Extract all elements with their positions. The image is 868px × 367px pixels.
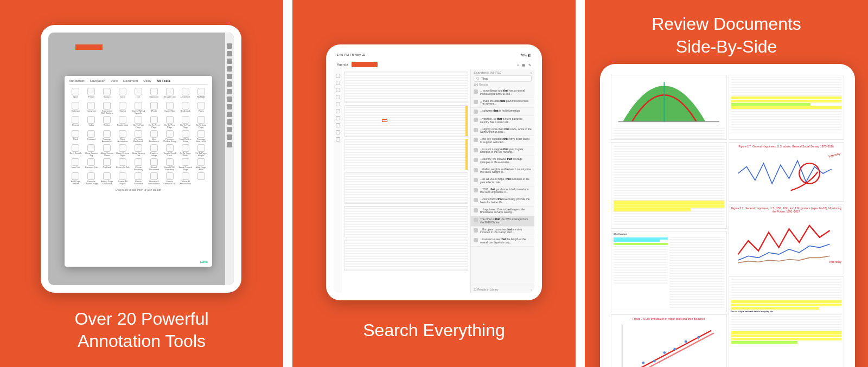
tool-item[interactable]: Pencil [85,88,98,100]
search-result[interactable]: ...the key variables that have been foun… [471,136,534,146]
done-button[interactable]: Done [200,260,208,263]
tool-icon[interactable] [336,109,340,113]
tab-utility[interactable]: Utility [143,79,151,82]
page[interactable]: Figure 2.2: General Happiness, U.S. HSS,… [729,204,845,274]
tool-item[interactable]: Square [100,88,114,100]
tool-icon[interactable] [336,81,340,85]
search-result[interactable]: ...software that is fed information [471,108,534,116]
tool-item[interactable]: Ink [132,88,145,100]
tool-item[interactable]: Underline [178,88,192,100]
tool-item[interactable]: Straight Line [163,88,176,100]
tool-item[interactable]: Sound Clip [163,102,176,114]
search-result[interactable]: ...slightly more than that since, while … [471,126,534,137]
tool-item[interactable]: Add Page Before [69,172,82,185]
page-thumb[interactable] [344,206,468,237]
search-result[interactable]: ...as we would hope, that inclusion of t… [471,176,534,186]
tab-navigation[interactable]: Navigation [90,79,105,82]
tool-item[interactable]: Add Page After [194,158,208,171]
tool-item[interactable]: Next Bookmark [147,130,161,143]
tool-item[interactable]: Return To Tab [116,158,130,171]
page[interactable]: Figure 2.7: General Happiness, U.S. adul… [729,142,845,202]
tool-item[interactable]: Circle [116,88,130,100]
tool-item[interactable]: Next Search [69,144,82,157]
tool-item[interactable]: Next Annotation [116,130,130,143]
tool-item[interactable]: Stamp [116,102,130,114]
page[interactable]: Urban Happiness [611,231,727,312]
tool-item[interactable]: Go To Next Page [147,116,161,128]
tool-item[interactable]: Highlight [194,88,208,100]
document-view[interactable] [342,69,470,293]
tool-item[interactable]: Outline [100,116,114,128]
tool-item[interactable]: Back [69,130,82,143]
tool-item[interactable]: Go To First Page [132,116,145,128]
page-thumb[interactable] [344,139,468,170]
page-thumb[interactable] [344,72,468,103]
close-icon[interactable]: › [531,71,532,74]
tool-item[interactable]: Forward [85,130,98,143]
tool-item[interactable]: Rotate Selected 180 Degrees [163,172,176,185]
tool-item[interactable]: Remove Current Page [85,172,98,185]
tool-item[interactable]: Move Screen Right [116,144,130,157]
tool-item[interactable]: Toggle Scroll Lock [163,144,176,157]
tab-all-tools[interactable]: All Tools [157,79,170,82]
tool-item[interactable]: Previous Outline Entry [163,130,176,143]
tool-item[interactable]: Signature [147,88,161,100]
search-result[interactable]: ...European countries that are also incl… [471,227,534,237]
tool-icon[interactable] [336,116,340,120]
search-result[interactable]: ...2011, that good moods help to reduce … [471,186,534,197]
tool-item[interactable]: Fit To Page Height [194,144,208,157]
tool-item[interactable]: Move Screen Down [100,144,114,157]
tool-item[interactable]: Index [85,116,98,128]
search-result[interactable]: ... even the data that governments have.… [471,98,534,108]
tool-item[interactable]: Email Document [147,158,161,171]
home-icon[interactable]: ⌂ [516,63,519,66]
tool-item[interactable]: New Tab [69,158,82,171]
tool-item[interactable]: Previous Annotation [100,130,114,143]
tool-icon[interactable] [336,130,340,134]
agenda-label[interactable]: Agenda [337,63,348,66]
tab-annotation[interactable]: Annotation [69,79,85,82]
search-result[interactable]: ...variable, so that a more powerful cou… [471,116,534,126]
page-thumb[interactable] [344,105,468,137]
search-result[interactable]: The other is that the SWL average from t… [471,216,534,227]
tool-item[interactable]: Move Screen Left [132,144,145,157]
grid-icon[interactable]: ▦ [522,63,525,67]
tool-item[interactable]: Note [69,88,82,100]
tool-item[interactable]: Capture Image [147,144,161,157]
search-result[interactable]: ... happiness. One is that large-scale B… [471,207,534,217]
tool-item[interactable]: Rotate All Annotations [147,172,161,185]
tool-item[interactable]: Go To Prev Page [163,116,176,128]
tool-item[interactable]: Rotate Selected [132,172,145,185]
tool-icon[interactable] [336,74,340,78]
library-results-footer[interactable]: 21 Results in Library › [471,286,534,293]
active-tab[interactable] [352,62,378,67]
page[interactable]: The rise of digital media and the fall o… [729,276,845,367]
search-result[interactable]: ...connections that eventually provide t… [471,196,534,207]
tool-item[interactable]: Delete All Annotations [178,172,192,185]
tool-item[interactable]: Email Current Page [178,158,192,171]
tool-item[interactable]: Rewind [69,116,82,128]
search-input[interactable]: That [474,75,532,82]
tool-icon[interactable] [336,95,340,99]
tool-item[interactable]: Go Back [100,158,114,171]
tab-document[interactable]: Document [123,79,138,82]
search-result[interactable]: ...it easier to see that the length of t… [471,236,534,247]
page[interactable] [611,142,727,229]
search-result[interactable]: ...Gallup weights so that each country h… [471,166,534,177]
tool-item[interactable]: Photo [147,102,161,114]
tool-icon[interactable] [336,123,340,127]
search-result[interactable]: ...country, we showed that average chang… [471,156,534,166]
tool-item[interactable]: Typewriter With Today's Date [100,102,114,114]
tool-icon[interactable] [336,88,340,92]
page-thumb[interactable] [344,240,468,271]
page[interactable] [611,75,727,140]
tool-item[interactable]: Fit To Page Width [178,144,192,157]
tool-item[interactable]: Show Screen Big [85,144,98,157]
tool-item[interactable]: Go To First Page [178,116,192,128]
tool-item[interactable]: Previous Bookmark [132,130,145,143]
search-result[interactable]: ...to such a degree that year to year ch… [471,146,534,157]
tool-item[interactable]: Bookmarks [116,116,130,128]
search-result[interactable]: ... surveillance tool that has a natural… [471,88,534,98]
tool-item[interactable]: Next Outline Entry [178,130,192,143]
edit-icon[interactable]: ✎ [528,63,531,67]
